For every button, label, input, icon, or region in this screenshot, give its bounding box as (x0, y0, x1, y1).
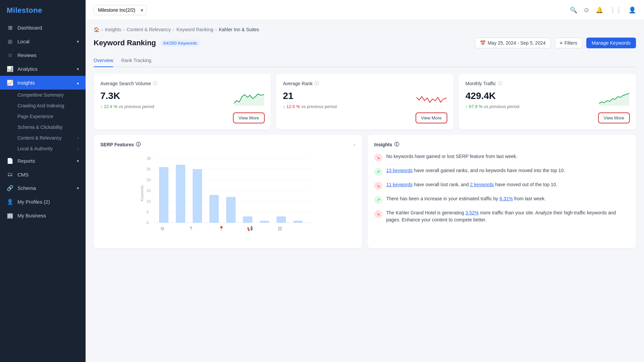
metric-change-avg-rank: ↓ 12.5 % (283, 104, 300, 109)
insight-link-2b[interactable]: 2 keywords (470, 182, 494, 187)
manage-keywords-button[interactable]: Manage Keywords (586, 38, 636, 48)
tab-overview[interactable]: Overview (94, 55, 113, 67)
sidebar-item-schema[interactable]: 🔗 Schema ▾ (0, 181, 86, 195)
insight-text-0: No keywords have gained or lost SERP fea… (386, 153, 517, 160)
metric-value-monthly-traffic: 429.4K (465, 91, 519, 101)
metric-card-monthly-traffic: Monthly Traffic ⓘ 429.4K ↑ 67.9 % vs pre… (459, 74, 636, 130)
page-title-wrap: Keyword Ranking 64/200 Keywords (94, 39, 200, 47)
svg-text:15: 15 (147, 189, 151, 193)
search-icon[interactable]: 🔍 (570, 6, 577, 14)
sidebar-item-dashboard[interactable]: ⊞ Dashboard (0, 21, 86, 35)
insight-link-1[interactable]: 13 keywords (386, 168, 413, 173)
svg-rect-18 (209, 195, 219, 223)
metric-change-monthly-traffic: ↑ 67.9 % (465, 104, 483, 109)
insight-item-1: ↗ 13 keywords have overall gained ranks,… (374, 167, 629, 176)
sidebar-item-label: Insights (17, 80, 35, 86)
sidebar-nav: ⊞ Dashboard ◎ Local ▾ ☆ Reviews 📊 Analyt… (0, 21, 86, 362)
help-icon-avg-search-volume[interactable]: ⓘ (153, 81, 157, 87)
insight-link-4[interactable]: 3.52% (465, 210, 479, 215)
sidebar-item-local-authority[interactable]: Local & Authority › (17, 143, 86, 154)
insight-item-3: ↗ There has been a increase in your esti… (374, 195, 629, 204)
chevron-down-icon: ▾ (77, 159, 79, 163)
sidebar-item-reviews[interactable]: ☆ Reviews (0, 48, 86, 62)
sidebar-item-label: My Profiles (2) (17, 199, 50, 205)
sidebar-item-competitive-summary[interactable]: Competitive Summary (17, 90, 86, 100)
insights-panel-header: Insights ⓘ (374, 142, 629, 148)
sidebar-item-schema-clickability[interactable]: Schema & Clickability (17, 122, 86, 133)
mini-chart-avg-rank (416, 91, 447, 106)
svg-rect-19 (226, 197, 236, 223)
top-header: Milestone Inc(2/2) 🔍 ⊙ 🔔 ⋮⋮ 👤 (86, 0, 644, 20)
insights-panel-card: Insights ⓘ ↘ No keywords have gained or … (367, 135, 636, 248)
help-icon-monthly-traffic[interactable]: ⓘ (498, 81, 502, 87)
my-profiles-icon: 👤 (7, 199, 13, 205)
insight-item-0: ↘ No keywords have gained or lost SERP f… (374, 153, 629, 162)
org-selector[interactable]: Milestone Inc(2/2) (94, 5, 147, 15)
sidebar-item-crawling-indexing[interactable]: Crawling And Indexing (17, 100, 86, 111)
insight-text-4: The Kahler Grand Hotel is generating 3.5… (386, 209, 629, 223)
help-icon-serp[interactable]: ⓘ (136, 142, 141, 148)
svg-text:25: 25 (147, 167, 151, 171)
breadcrumb-insights[interactable]: Insights (105, 27, 121, 32)
schema-icon: 🔗 (7, 185, 13, 191)
insight-icon-green-3: ↗ (374, 196, 382, 204)
sidebar-item-cms[interactable]: 🗂 CMS (0, 168, 86, 181)
sidebar-item-label: Schema (17, 185, 36, 191)
svg-text:20: 20 (147, 178, 151, 182)
view-more-avg-rank[interactable]: View More (416, 113, 447, 123)
view-more-monthly-traffic[interactable]: View More (599, 113, 629, 123)
breadcrumb-content-relevancy[interactable]: Content & Relevancy (127, 27, 171, 32)
svg-text:?: ? (190, 226, 192, 231)
sidebar-item-analytics[interactable]: 📊 Analytics ▾ (0, 62, 86, 76)
sidebar-item-local[interactable]: ◎ Local ▾ (0, 35, 86, 48)
chevron-down-icon: ▾ (77, 67, 79, 71)
help-icon[interactable]: ⊙ (584, 6, 589, 14)
insight-link-3[interactable]: 8.31% (499, 196, 513, 201)
breadcrumb-keyword-ranking[interactable]: Keyword Ranking (177, 27, 213, 32)
svg-rect-22 (277, 216, 286, 223)
metric-footer-monthly-traffic: ↑ 67.9 % vs previous period (465, 104, 519, 109)
mini-chart-monthly-traffic (599, 91, 629, 106)
tab-rank-tracking[interactable]: Rank Tracking (121, 55, 151, 67)
help-icon-insights[interactable]: ⓘ (394, 142, 399, 148)
reviews-icon: ☆ (7, 52, 13, 58)
metric-card-avg-search-volume: Average Search Volume ⓘ 7.3K ↑ 22.4 % vs… (94, 74, 271, 130)
help-icon-avg-rank[interactable]: ⓘ (314, 81, 319, 87)
svg-text:📢: 📢 (247, 226, 253, 231)
svg-text:10: 10 (147, 199, 151, 203)
insight-link-2a[interactable]: 11 keywords (386, 182, 413, 187)
main-tabs: Overview Rank Tracking (94, 55, 636, 67)
filters-button[interactable]: ≡ Filters (555, 38, 582, 48)
serp-features-header: SERP Features ⓘ › (100, 142, 355, 148)
my-business-icon: 🏢 (7, 212, 13, 219)
insight-text-3: There has been a increase in your estima… (386, 195, 546, 202)
dashboard-icon: ⊞ (7, 24, 13, 31)
date-range-label: May 25, 2024 - Sep 5, 2024 (488, 40, 546, 46)
chevron-right-icon: › (78, 136, 79, 140)
grid-icon[interactable]: ⋮⋮ (610, 6, 622, 14)
serp-features-next-icon[interactable]: › (354, 142, 355, 148)
calendar-icon: 📅 (480, 40, 486, 46)
home-icon[interactable]: 🏠 (94, 27, 99, 32)
sidebar-item-label: Dashboard (17, 25, 42, 31)
mini-chart-avg-search-volume (234, 91, 264, 106)
chevron-down-icon: ▾ (77, 39, 79, 44)
insight-item-2: ↘ 11 keywords have overall lost rank, an… (374, 181, 629, 190)
sidebar-item-reports[interactable]: 📄 Reports ▾ (0, 154, 86, 168)
sidebar-item-insights[interactable]: 📈 Insights ▴ (0, 76, 86, 90)
svg-text:30: 30 (147, 156, 151, 160)
header-left: Milestone Inc(2/2) (94, 5, 147, 15)
view-more-avg-search-volume[interactable]: View More (234, 113, 264, 123)
sidebar-item-page-experience[interactable]: Page Experience (17, 111, 86, 122)
svg-text:⊙: ⊙ (160, 226, 164, 231)
sidebar-item-label: Analytics (17, 66, 38, 72)
sidebar-item-my-profiles[interactable]: 👤 My Profiles (2) (0, 195, 86, 209)
bell-icon[interactable]: 🔔 (596, 6, 603, 14)
user-icon[interactable]: 👤 (629, 6, 636, 14)
svg-rect-17 (193, 169, 202, 223)
bottom-row: SERP Features ⓘ › 30 25 20 15 10 5 0 Key… (94, 135, 636, 248)
date-range-button[interactable]: 📅 May 25, 2024 - Sep 5, 2024 (475, 38, 551, 48)
metric-value-avg-search-volume: 7.3K (100, 91, 154, 101)
sidebar-item-content-relevancy[interactable]: Content & Relevancy › (17, 133, 86, 143)
sidebar-item-my-business[interactable]: 🏢 My Business (0, 209, 86, 222)
